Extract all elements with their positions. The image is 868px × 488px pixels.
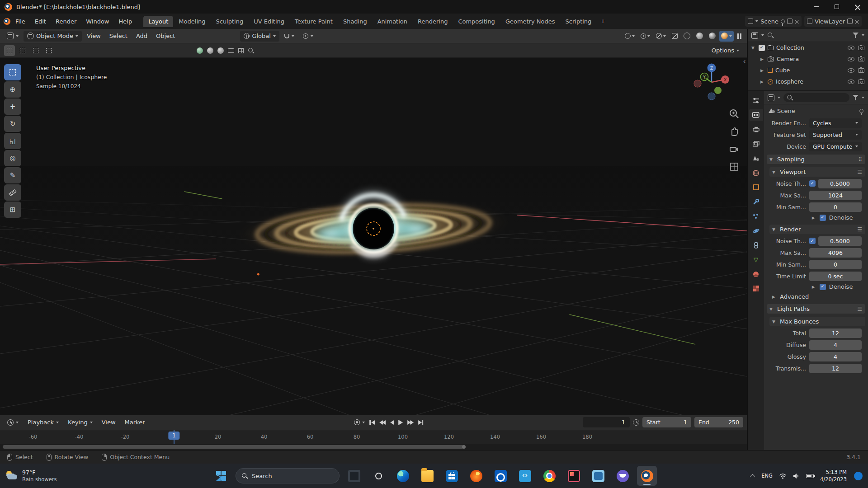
timeline-ruler[interactable]: -60 -40 -20 20 40 60 80 100 120 140 160 … (0, 430, 747, 444)
studio-light-icon[interactable] (217, 47, 224, 54)
grid-icon[interactable] (238, 48, 244, 53)
outliner-row-cube[interactable]: ▶ Cube (748, 65, 868, 76)
tab-modeling[interactable]: Modeling (174, 16, 210, 27)
eye-icon[interactable] (848, 80, 854, 84)
gizmo-neg-x-axis[interactable] (694, 80, 701, 87)
tab-geometry-nodes[interactable]: Geometry Nodes (500, 16, 560, 27)
zoom-button[interactable] (729, 108, 740, 119)
shading-solid-button[interactable] (694, 31, 705, 42)
tab-output-properties[interactable] (749, 124, 763, 135)
taskbar-app-monitor[interactable] (344, 466, 364, 486)
orthographic-toggle-button[interactable] (729, 161, 740, 172)
tab-particle-properties[interactable] (749, 211, 763, 222)
max-bounces-subsection-header[interactable]: ▼ Max Bounces (769, 317, 865, 326)
tab-compositing[interactable]: Compositing (453, 16, 500, 27)
prev-keyframe-button[interactable] (379, 420, 386, 425)
editor-type-selector[interactable] (3, 31, 22, 42)
notification-badge[interactable] (854, 472, 863, 480)
taskbar-app-ide[interactable] (564, 466, 584, 486)
jump-to-start-button[interactable] (369, 420, 375, 425)
battery-icon[interactable] (806, 474, 814, 478)
tool-select-box[interactable] (4, 64, 21, 80)
proportional-editing-toggle[interactable] (299, 31, 317, 42)
filter-icon[interactable] (853, 33, 859, 38)
new-scene-icon[interactable] (787, 19, 793, 24)
menu-select[interactable]: Select (106, 31, 131, 42)
tab-animation[interactable]: Animation (373, 16, 412, 27)
select-mode-new-button[interactable] (4, 45, 15, 56)
expand-arrow-icon[interactable]: ▶ (760, 57, 765, 61)
tab-view-layer-properties[interactable] (749, 138, 763, 150)
menu-file[interactable]: File (11, 16, 30, 27)
new-view-layer-icon[interactable] (847, 19, 853, 24)
tool-rotate[interactable]: ↻ (4, 116, 21, 132)
expand-arrow-icon[interactable]: ▶ (760, 68, 765, 73)
render-visibility-icon[interactable] (858, 57, 864, 61)
noise-threshold-field[interactable]: 0.5000 (818, 236, 862, 246)
tool-measure[interactable] (4, 184, 21, 201)
tool-annotate[interactable]: ✎ (4, 167, 21, 183)
timeline-marker-menu[interactable]: Marker (121, 417, 149, 428)
viewport-denoise-row[interactable]: ▶ Denoise (764, 213, 868, 222)
tool-transform[interactable]: ◎ (4, 150, 21, 166)
taskbar-clock[interactable]: 5:13 PM 4/20/2023 (820, 469, 847, 483)
playback-menu[interactable]: Playback (24, 417, 62, 428)
play-button[interactable] (398, 420, 403, 425)
current-frame-indicator[interactable]: 1 (168, 432, 179, 440)
eye-icon[interactable] (848, 46, 854, 50)
preset-menu-icon[interactable]: ☰ (857, 306, 863, 312)
taskbar-app-outlook[interactable] (491, 466, 510, 486)
search-icon[interactable] (767, 32, 774, 38)
shading-material-button[interactable] (707, 31, 718, 42)
shading-wireframe-button[interactable] (681, 31, 693, 42)
object-visibility-dropdown[interactable] (623, 31, 637, 42)
render-visibility-icon[interactable] (858, 68, 864, 73)
denoise-checkbox[interactable] (820, 215, 826, 221)
taskbar-app-discord[interactable] (613, 466, 632, 486)
menu-add[interactable]: Add (132, 31, 151, 42)
outliner-editor-icon[interactable] (751, 32, 758, 39)
eye-icon[interactable] (848, 68, 854, 73)
shading-rendered-button[interactable] (719, 31, 734, 42)
tab-object-data-properties[interactable]: ▽ (749, 254, 763, 265)
outliner-row-collection[interactable]: ▼ Collection (748, 42, 868, 53)
transmission-field[interactable]: 12 (809, 364, 862, 373)
device-dropdown[interactable]: GPU Compute (809, 142, 862, 151)
viewport-subsection-header[interactable]: ▼ Viewport ☰ (769, 167, 865, 177)
time-limit-field[interactable]: 0 sec (809, 272, 862, 281)
render-engine-dropdown[interactable]: Cycles (809, 118, 862, 128)
tool-add-cube[interactable]: ⊞ (4, 202, 21, 218)
hidden-icons-chevron[interactable] (750, 474, 755, 479)
blender-menu-icon[interactable] (4, 18, 10, 25)
sidebar-collapse-arrow[interactable]: ‹ (743, 58, 746, 66)
matcap-ball-icon[interactable] (207, 47, 213, 54)
gizmos-dropdown[interactable] (638, 31, 652, 42)
preset-menu-icon[interactable]: ☰ (857, 169, 863, 175)
volume-icon[interactable] (793, 473, 800, 479)
noise-threshold-checkbox[interactable] (809, 238, 816, 244)
end-frame-field[interactable]: End 250 (694, 417, 743, 427)
object-name[interactable]: Camera (777, 56, 845, 62)
light-paths-section-header[interactable]: ▼ Light Paths ☰ (767, 304, 865, 314)
timeline-scrollbar[interactable] (0, 444, 747, 450)
menu-render[interactable]: Render (51, 16, 81, 27)
language-indicator[interactable]: ENG (761, 473, 773, 479)
menu-view[interactable]: View (83, 31, 104, 42)
scrollbar-handle[interactable] (3, 445, 464, 449)
diffuse-field[interactable]: 4 (809, 340, 862, 350)
screen-icon[interactable] (228, 48, 234, 53)
max-samples-field[interactable]: 4096 (809, 248, 862, 258)
taskbar-app-store[interactable] (442, 466, 462, 486)
taskbar-search-box[interactable]: Search (236, 468, 340, 483)
taskbar-app-teams[interactable] (588, 466, 608, 486)
current-frame-field[interactable]: 1 (583, 417, 630, 427)
tab-scene-properties[interactable] (749, 153, 763, 164)
expand-arrow-icon[interactable]: ▼ (751, 46, 756, 50)
taskbar-app-code[interactable] (515, 466, 535, 486)
tab-material-properties[interactable] (749, 268, 763, 280)
taskbar-app-chrome[interactable] (539, 466, 559, 486)
tab-tool[interactable] (749, 95, 763, 106)
viewport-canvas[interactable]: ⊕ + ↻ ◱ ◎ ✎ ⊞ User Perspective (1) Colle… (0, 58, 747, 415)
view-layer-selector[interactable]: ViewLayer (804, 16, 862, 27)
preset-menu-icon[interactable]: ☰ (857, 226, 863, 233)
